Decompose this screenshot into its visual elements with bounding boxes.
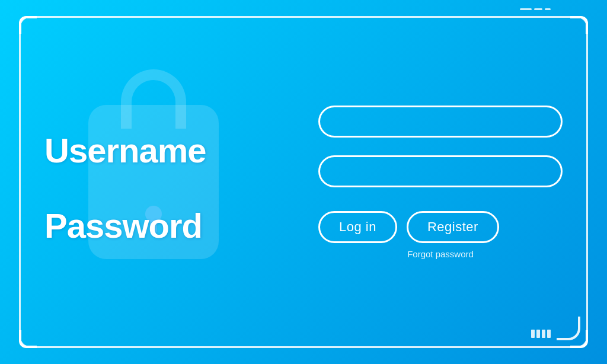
username-input[interactable] <box>318 106 563 138</box>
corner-decoration-tr <box>570 16 588 34</box>
bottom-arc-decoration <box>557 317 580 340</box>
login-button[interactable]: Log in <box>318 211 397 243</box>
dash-2 <box>534 8 542 10</box>
bottom-dashes-decoration <box>531 330 551 338</box>
password-input-group <box>318 155 563 187</box>
corner-decoration-tl <box>19 16 37 34</box>
bdash-4 <box>547 330 551 338</box>
bdash-2 <box>536 330 540 338</box>
password-label: Password <box>44 206 206 245</box>
password-input[interactable] <box>318 155 563 187</box>
buttons-row: Log in Register <box>318 211 563 243</box>
right-panel: Log in Register Forgot password <box>306 36 563 328</box>
left-panel: Username Password <box>44 36 289 328</box>
forgot-password-wrapper: Forgot password <box>318 249 563 259</box>
buttons-area: Log in Register Forgot password <box>318 205 563 259</box>
login-frame: Username Password Log in Register Forgot… <box>19 16 588 348</box>
top-dashes-decoration <box>520 8 551 10</box>
inner-frame: Username Password Log in Register Forgot… <box>21 18 586 346</box>
dash-3 <box>545 8 551 10</box>
bdash-1 <box>531 330 535 338</box>
bdash-3 <box>542 330 545 338</box>
username-label: Username <box>44 130 206 170</box>
corner-decoration-bl <box>19 330 37 348</box>
field-labels: Username Password <box>44 119 206 245</box>
forgot-password-link[interactable]: Forgot password <box>407 249 474 259</box>
dash-1 <box>520 8 532 10</box>
register-button[interactable]: Register <box>407 211 499 243</box>
username-input-group <box>318 106 563 138</box>
